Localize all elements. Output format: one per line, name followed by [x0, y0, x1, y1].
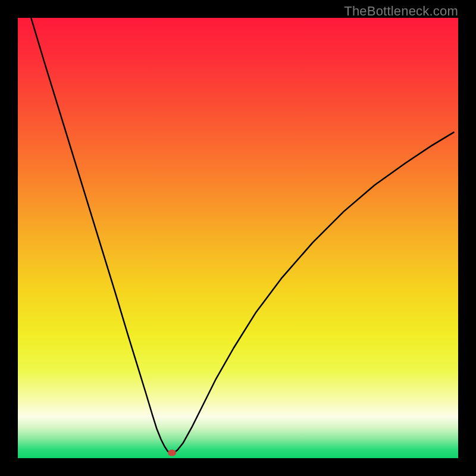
- chart-frame: [18, 18, 458, 458]
- watermark-text: TheBottleneck.com: [344, 4, 458, 19]
- chart-background: [18, 18, 458, 458]
- bottleneck-chart: [18, 18, 458, 458]
- optimum-marker: [168, 450, 176, 456]
